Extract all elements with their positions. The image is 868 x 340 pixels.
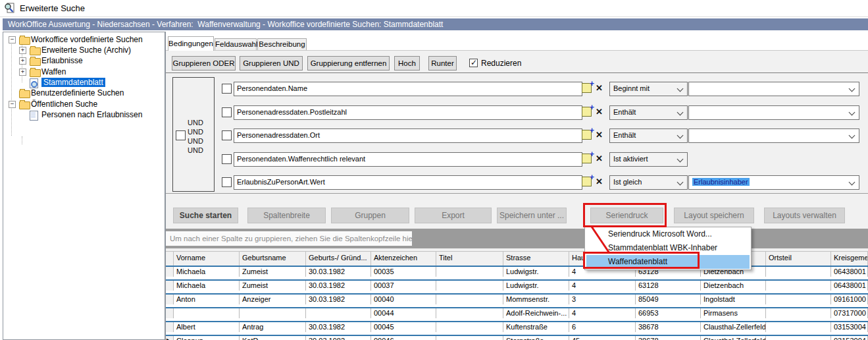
table-cell[interactable]: 00044 — [371, 308, 436, 318]
value-combobox[interactable]: Erlaubnisinhaber — [688, 175, 859, 190]
menu-item-stammdatenblatt-wbk-inhaber[interactable]: Stammdatenblatt WBK-Inhaber — [585, 241, 751, 255]
table-cell[interactable]: 30.03.1982 — [306, 267, 371, 277]
table-cell[interactable]: 06438001 — [831, 281, 868, 291]
table-cell[interactable] — [436, 281, 503, 291]
table-cell[interactable]: 63128 — [636, 281, 701, 291]
table-cell[interactable] — [766, 295, 831, 304]
collapse-icon[interactable]: − — [9, 36, 16, 43]
table-row[interactable]: MichaelaZumeist30.03.198200037Ludwigstr.… — [166, 279, 868, 295]
table-cell[interactable] — [436, 295, 503, 304]
group-checkbox[interactable] — [176, 130, 186, 140]
table-cell[interactable]: 30.03.1982 — [306, 322, 371, 332]
table-cell[interactable]: 09161000 — [831, 295, 868, 304]
table-cell[interactable]: Anzeiger — [240, 295, 306, 304]
table-cell[interactable]: Michaela — [174, 281, 240, 291]
table-cell[interactable]: Adolf-Reichwein-... — [503, 308, 569, 318]
menu-item-seriendruck-microsoft-word[interactable]: Seriendruck Microsoft Word... — [585, 227, 751, 241]
column-header-titel[interactable]: Titel — [436, 252, 503, 266]
table-cell[interactable]: 6 — [569, 322, 636, 332]
table-cell[interactable]: 45 — [569, 336, 636, 340]
table-row[interactable]: ▶CleanupKatD30.03.198200046Sternstraße45… — [166, 335, 868, 340]
table-cell[interactable] — [174, 308, 240, 318]
table-cell[interactable]: Ludwigstr. — [503, 267, 569, 277]
table-cell[interactable] — [306, 308, 371, 318]
column-header-geburts-gr-nd[interactable]: Geburts-/ Gründ... — [306, 252, 371, 266]
delete-condition-icon[interactable]: ✕ — [596, 106, 603, 118]
table-cell[interactable]: Clausthal-Zellerfeld — [701, 336, 766, 340]
operator-combobox[interactable]: Ist gleich — [609, 175, 688, 190]
table-row[interactable]: MichaelaZumeist30.03.198200035Ludwigstr.… — [166, 266, 868, 281]
column-header-aktenzeichen[interactable]: Aktenzeichen — [371, 252, 436, 266]
table-cell[interactable]: Cleanup — [174, 336, 240, 340]
column-header-ortsteil[interactable]: Ortsteil — [766, 252, 831, 266]
table-cell[interactable]: 4 — [569, 308, 636, 318]
export-button[interactable]: Export — [415, 208, 492, 223]
suche-starten-button[interactable]: Suche starten — [173, 208, 238, 223]
row-selector-cell[interactable]: ▶ — [166, 336, 174, 340]
table-cell[interactable]: Antrag — [240, 322, 306, 332]
layouts-verwalten-button[interactable]: Layouts verwalten — [764, 208, 845, 223]
table-cell[interactable] — [436, 336, 503, 340]
delete-condition-icon[interactable]: ✕ — [596, 129, 603, 141]
column-header-kreisgemein[interactable]: Kreisgemein — [831, 252, 868, 266]
tree-item-erweiterte-suche-archiv[interactable]: +Erweiterte Suche (Archiv) — [3, 45, 165, 55]
hoch-button[interactable]: Hoch — [394, 56, 420, 71]
operator-combobox[interactable]: Ist aktiviert — [609, 152, 688, 167]
table-cell[interactable] — [766, 281, 831, 291]
gruppen-button[interactable]: Gruppen — [331, 208, 409, 223]
table-cell[interactable]: 4 — [569, 281, 636, 291]
table-cell[interactable]: 07317000 — [831, 308, 868, 318]
table-cell[interactable]: Sternstraße — [503, 336, 569, 340]
table-cell[interactable]: 38678 — [636, 336, 701, 340]
table-cell[interactable] — [436, 322, 503, 332]
table-cell[interactable]: Albert — [174, 322, 240, 332]
gruppierung-entfernen-button[interactable]: Gruppierung entfernen — [307, 56, 390, 71]
table-cell[interactable] — [766, 308, 831, 318]
operator-combobox[interactable]: Enthält — [609, 128, 688, 143]
table-cell[interactable]: 00035 — [371, 267, 436, 277]
condition-row-checkbox[interactable] — [222, 154, 232, 164]
condition-field-input[interactable]: Personenadressdaten.Postleitzahl — [234, 105, 582, 120]
table-cell[interactable]: Anton — [174, 295, 240, 304]
tree-item-waffen[interactable]: +Waffen — [3, 67, 165, 77]
table-cell[interactable]: Kuftenstraße — [503, 322, 569, 332]
table-cell[interactable]: 30.03.1982 — [306, 295, 371, 304]
condition-row-checkbox[interactable] — [222, 130, 232, 140]
table-cell[interactable]: 3 — [569, 295, 636, 304]
row-selector-cell[interactable] — [166, 281, 174, 291]
table-cell[interactable] — [766, 267, 831, 277]
layout-speichern-button[interactable]: Layout speichern — [674, 208, 754, 223]
seriendruck-button[interactable]: Seriendruck — [590, 208, 663, 223]
operator-combobox[interactable]: Beginnt mit — [609, 82, 688, 96]
table-cell[interactable]: Ingolstadt — [701, 295, 766, 304]
table-cell[interactable]: Zumeist — [240, 281, 306, 291]
speichern-unter-button[interactable]: Speichern unter ... — [497, 208, 567, 223]
table-cell[interactable] — [436, 308, 503, 318]
collapse-icon[interactable]: − — [9, 101, 16, 108]
table-cell[interactable]: Zumeist — [240, 267, 306, 277]
condition-row-checkbox[interactable] — [222, 177, 232, 187]
table-cell[interactable]: Ludwigstr. — [503, 281, 569, 291]
table-cell[interactable]: KatD — [240, 336, 306, 340]
table-cell[interactable]: 38678 — [636, 322, 701, 332]
row-selector-cell[interactable] — [166, 322, 174, 332]
add-field-icon[interactable] — [582, 154, 592, 163]
column-header-col0[interactable] — [166, 252, 174, 266]
table-cell[interactable]: 85049 — [636, 295, 701, 304]
tab-beschreibung[interactable]: Beschreibung — [257, 38, 307, 50]
delete-condition-icon[interactable]: ✕ — [596, 153, 603, 165]
spaltenbreite-button[interactable]: Spaltenbreite — [247, 208, 326, 223]
column-header-strasse[interactable]: Strasse — [503, 252, 569, 266]
table-cell[interactable] — [240, 308, 306, 318]
table-cell[interactable]: 00037 — [371, 281, 436, 291]
condition-row-checkbox[interactable] — [222, 107, 232, 117]
table-row[interactable]: AlbertAntrag30.03.198200045Kuftenstraße6… — [166, 321, 868, 336]
condition-field-input[interactable]: ErlaubnisZuPersonArt.Wert — [234, 175, 582, 190]
gruppieren-und-button[interactable]: Gruppieren UND — [240, 56, 303, 71]
tree-item-stammdatenblatt[interactable]: Stammdatenblatt — [3, 77, 165, 88]
table-cell[interactable] — [766, 336, 831, 340]
table-cell[interactable]: 06438001 — [831, 267, 868, 277]
row-selector-cell[interactable] — [166, 295, 174, 304]
tree-item-personen-nach-erlaubnissen[interactable]: Personen nach Erlaubnissen — [3, 109, 165, 120]
tab-feldauswahl[interactable]: Feldauswahl — [215, 38, 257, 50]
